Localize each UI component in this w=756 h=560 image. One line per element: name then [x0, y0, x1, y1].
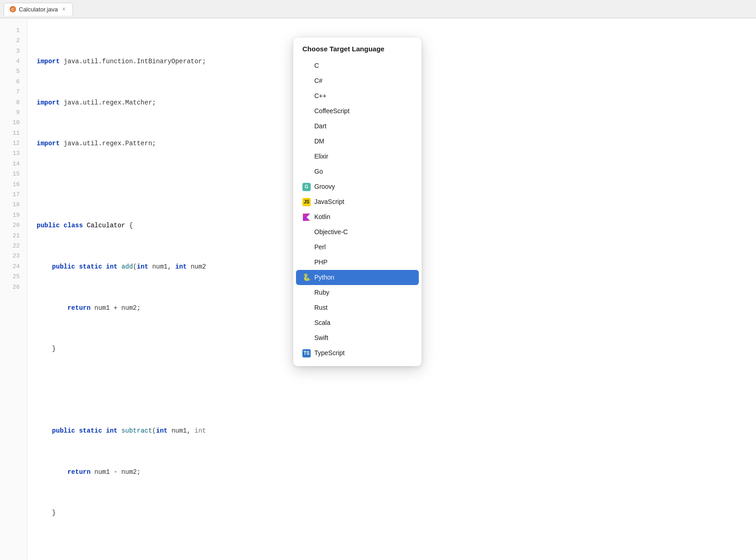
kotlin-icon	[302, 213, 311, 221]
line-num-1: 1	[0, 26, 27, 36]
ts-icon: TS	[302, 349, 311, 357]
line-num-17: 17	[0, 190, 27, 200]
no-icon-c	[302, 62, 311, 70]
lang-item-javascript[interactable]: JS JavaScript	[293, 194, 422, 209]
lang-label-ruby: Ruby	[314, 288, 329, 297]
lang-label-coffeescript: CoffeeScript	[314, 106, 350, 116]
line-num-4: 4	[0, 56, 27, 66]
line-num-9: 9	[0, 108, 27, 118]
no-icon-scala	[302, 319, 311, 327]
lang-label-dart: Dart	[314, 121, 326, 131]
line-num-19: 19	[0, 210, 27, 220]
lang-label-csharp: C#	[314, 76, 323, 86]
lang-label-groovy: Groovy	[314, 182, 335, 192]
lang-label-c: C	[314, 61, 319, 71]
code-line-9	[37, 385, 756, 395]
line-num-8: 8	[0, 98, 27, 108]
line-num-20: 20	[0, 220, 27, 231]
line-num-26: 26	[0, 282, 27, 292]
groovy-icon: G	[302, 183, 311, 191]
lang-label-elixir: Elixir	[314, 152, 328, 161]
python-icon: 🐍	[302, 274, 311, 282]
line-num-2: 2	[0, 36, 27, 46]
lang-label-scala: Scala	[314, 318, 330, 328]
lang-item-elixir[interactable]: Elixir	[293, 149, 422, 164]
lang-item-rust[interactable]: Rust	[293, 300, 422, 315]
no-icon-ruby	[302, 289, 311, 297]
line-num-10: 10	[0, 118, 27, 128]
lang-item-python[interactable]: 🐍 Python	[296, 270, 419, 285]
line-num-5: 5	[0, 67, 27, 77]
js-icon: JS	[302, 198, 311, 206]
dropdown-title: Choose Target Language	[293, 43, 422, 58]
line-num-15: 15	[0, 169, 27, 179]
lang-item-cpp[interactable]: C++	[293, 88, 422, 104]
lang-item-typescript[interactable]: TS TypeScript	[293, 346, 422, 361]
line-num-23: 23	[0, 252, 27, 262]
line-num-22: 22	[0, 241, 27, 251]
lang-item-coffeescript[interactable]: CoffeeScript	[293, 104, 422, 119]
lang-label-swift: Swift	[314, 333, 328, 343]
no-icon-php	[302, 258, 311, 267]
code-line-12: }	[37, 508, 756, 518]
lang-label-dm: DM	[314, 137, 324, 146]
line-num-3: 3	[0, 46, 27, 56]
tab-close-button[interactable]: ×	[60, 6, 67, 12]
lang-label-typescript: TypeScript	[314, 348, 345, 358]
line-num-25: 25	[0, 272, 27, 282]
svg-marker-0	[303, 214, 310, 221]
lang-item-dm[interactable]: DM	[293, 134, 422, 149]
lang-label-go: Go	[314, 167, 323, 176]
lang-item-go[interactable]: Go	[293, 164, 422, 179]
no-icon-elixir	[302, 153, 311, 161]
lang-item-scala[interactable]: Scala	[293, 315, 422, 330]
line-num-24: 24	[0, 262, 27, 272]
no-icon-swift	[302, 334, 311, 342]
lang-item-dart[interactable]: Dart	[293, 119, 422, 134]
lang-item-c[interactable]: C	[293, 58, 422, 73]
code-line-11: return num1 - num2;	[37, 467, 756, 477]
lang-label-rust: Rust	[314, 303, 328, 313]
line-num-12: 12	[0, 138, 27, 148]
no-icon-coffee	[302, 107, 311, 115]
lang-item-kotlin[interactable]: Kotlin	[293, 209, 422, 225]
lang-item-csharp[interactable]: C#	[293, 73, 422, 88]
no-icon-cpp	[302, 92, 311, 100]
java-icon: C	[10, 6, 16, 12]
no-icon-perl	[302, 243, 311, 252]
no-icon-csharp	[302, 77, 311, 85]
line-num-7: 7	[0, 87, 27, 97]
code-line-10: public static int subtract(int num1, int	[37, 426, 756, 436]
lang-label-php: PHP	[314, 258, 328, 267]
file-tab[interactable]: C Calculator.java ×	[4, 3, 73, 16]
lang-item-objc[interactable]: Objective-C	[293, 225, 422, 240]
lang-label-perl: Perl	[314, 242, 326, 252]
no-icon-rust	[302, 304, 311, 312]
line-num-6: 6	[0, 77, 27, 87]
no-icon-objc	[302, 228, 311, 236]
lang-label-cpp: C++	[314, 91, 326, 101]
no-icon-go	[302, 168, 311, 176]
no-icon-dm	[302, 137, 311, 146]
editor-container: C Calculator.java × 1 2 3 4 5 6 7 8 9 10…	[0, 0, 756, 560]
line-num-16: 16	[0, 180, 27, 190]
line-num-21: 21	[0, 231, 27, 241]
line-num-18: 18	[0, 200, 27, 210]
code-line-13	[37, 549, 756, 559]
lang-label-objc: Objective-C	[314, 227, 348, 237]
lang-item-perl[interactable]: Perl	[293, 240, 422, 255]
lang-item-php[interactable]: PHP	[293, 255, 422, 270]
no-icon-dart	[302, 122, 311, 131]
lang-item-groovy[interactable]: G Groovy	[293, 179, 422, 194]
tab-bar: C Calculator.java ×	[0, 0, 756, 18]
language-dropdown[interactable]: Choose Target Language C C# C++ CoffeeSc…	[293, 38, 422, 366]
line-numbers: 1 2 3 4 5 6 7 8 9 10 11 12 13 14 15 16 1…	[0, 18, 27, 560]
lang-item-ruby[interactable]: Ruby	[293, 285, 422, 300]
line-num-13: 13	[0, 149, 27, 159]
lang-label-javascript: JavaScript	[314, 197, 344, 207]
line-num-14: 14	[0, 159, 27, 169]
tab-title: Calculator.java	[19, 6, 58, 13]
line-num-11: 11	[0, 128, 27, 138]
lang-label-python: Python	[314, 273, 334, 282]
lang-item-swift[interactable]: Swift	[293, 330, 422, 346]
